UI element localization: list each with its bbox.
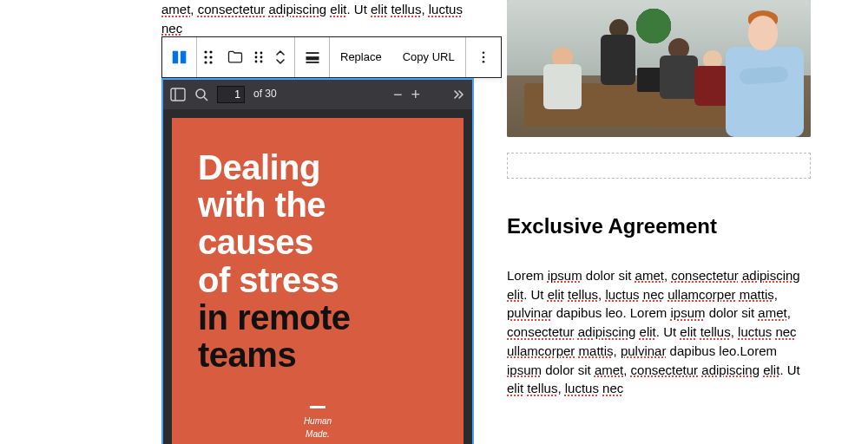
section-heading[interactable]: Exclusive Agreement — [507, 212, 811, 242]
svg-point-5 — [209, 56, 212, 58]
block-toolbar: Replace Copy URL — [161, 36, 502, 78]
svg-point-12 — [255, 61, 258, 63]
replace-button[interactable]: Replace — [330, 37, 392, 77]
pdf-cover-title: Dealing with the causes of stress in rem… — [198, 149, 437, 374]
toolbar-nav-group — [220, 37, 295, 77]
sort-arrows-icon[interactable] — [273, 48, 287, 67]
svg-rect-0 — [172, 51, 177, 64]
svg-point-18 — [482, 56, 484, 59]
pdf-embed-block[interactable]: of 30 − + Dealing with the causes of str… — [161, 78, 474, 444]
svg-point-13 — [260, 61, 263, 63]
svg-point-6 — [204, 61, 207, 63]
pdf-cover-page: Dealing with the causes of stress in rem… — [172, 118, 464, 444]
svg-point-22 — [196, 89, 205, 98]
move-handles-icon[interactable] — [253, 49, 265, 66]
svg-point-11 — [260, 56, 263, 59]
more-options-button[interactable] — [466, 37, 501, 77]
team-photo-image[interactable] — [507, 0, 811, 137]
pdf-page-total: of 30 — [253, 87, 277, 101]
svg-line-23 — [204, 97, 207, 101]
svg-point-2 — [204, 50, 207, 53]
copy-url-button[interactable]: Copy URL — [392, 37, 466, 77]
svg-point-3 — [209, 50, 212, 53]
pdf-sidebar-toggle-icon[interactable] — [170, 88, 186, 101]
pdf-viewer-toolbar: of 30 − + — [163, 80, 472, 109]
svg-point-19 — [482, 61, 484, 63]
drag-handle-icon[interactable] — [197, 37, 220, 77]
svg-point-4 — [204, 56, 207, 58]
pdf-page-input[interactable] — [217, 86, 245, 103]
pdf-page-canvas: Dealing with the causes of stress in rem… — [163, 109, 472, 444]
svg-point-8 — [255, 52, 258, 55]
svg-point-7 — [209, 61, 212, 63]
svg-point-9 — [260, 52, 263, 55]
pdf-zoom-out-icon[interactable]: − — [393, 87, 403, 102]
section-body[interactable]: Lorem ipsum dolor sit amet, consectetur … — [507, 266, 811, 398]
folder-icon[interactable] — [227, 49, 244, 66]
empty-block-placeholder[interactable] — [507, 153, 811, 179]
svg-rect-15 — [306, 56, 319, 60]
svg-point-17 — [482, 51, 484, 54]
align-icon[interactable] — [295, 37, 330, 77]
svg-rect-20 — [171, 88, 185, 101]
intro-paragraph[interactable]: amet, consectetur adipiscing elit. Ut el… — [161, 0, 474, 38]
svg-rect-14 — [306, 52, 319, 54]
svg-rect-1 — [180, 51, 185, 64]
pdf-zoom-in-icon[interactable]: + — [411, 87, 420, 102]
block-type-button[interactable] — [162, 37, 197, 77]
svg-point-10 — [255, 56, 258, 59]
pdf-search-icon[interactable] — [194, 88, 208, 101]
svg-rect-16 — [306, 62, 319, 63]
pdf-brand-mark: Human Made. — [304, 406, 332, 441]
pdf-tools-expand-icon[interactable] — [450, 88, 465, 101]
